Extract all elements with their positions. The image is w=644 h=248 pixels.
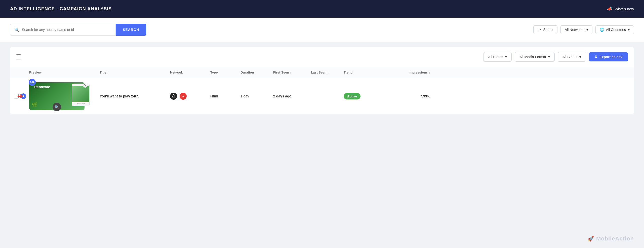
filters-section: All States ▾ All Media Format ▾ All Stat… — [10, 47, 634, 67]
preview-cell: ➜ 169 Renovate 🌿 App Store 🔍 ✕ — [29, 82, 100, 110]
applovin-network-icon: a — [180, 93, 187, 100]
sort-down-icon: ↓ — [327, 71, 329, 74]
page-title: AD INTELLIGENCE - CAMPAIGN ANALYSIS — [10, 6, 112, 12]
chevron-down-icon: ▾ — [505, 55, 507, 59]
table-row: ➜ 169 Renovate 🌿 App Store 🔍 ✕ You'll — [10, 78, 634, 114]
header-duration-col: Duration — [240, 70, 273, 74]
chevron-down-icon: ▾ — [579, 55, 581, 59]
table-header: Preview Title ↕ Network Type Duration Fi… — [10, 67, 634, 78]
countries-dropdown[interactable]: 🌐 All Countries ▾ — [595, 25, 634, 34]
preview-text: Renovate — [34, 85, 50, 89]
search-icon: 🔍 — [14, 27, 19, 32]
header-network-col: Network — [170, 70, 210, 74]
networks-dropdown[interactable]: All Networks ▾ — [560, 25, 592, 34]
preview-badge: 169 — [29, 79, 36, 86]
app-header: AD INTELLIGENCE - CAMPAIGN ANALYSIS 📣 Wh… — [0, 0, 644, 18]
red-arrow-icon: ➜ — [17, 92, 23, 100]
networks-label: All Networks — [565, 28, 584, 32]
all-media-format-label: All Media Format — [519, 55, 546, 59]
all-states-dropdown[interactable]: All States ▾ — [484, 52, 512, 62]
ad-type: Html — [210, 94, 240, 98]
impressions: 7.99% — [394, 94, 434, 98]
search-section: 🔍 SEARCH ↗ Share All Networks ▾ 🌐 All Co… — [0, 18, 644, 42]
svg-marker-0 — [172, 94, 175, 97]
network-cell: a — [170, 93, 210, 100]
first-seen: 2 days ago — [273, 94, 311, 98]
preview-secondary-card: App Store — [72, 84, 90, 106]
share-icon: ↗ — [538, 28, 541, 32]
globe-icon: 🌐 — [600, 28, 604, 32]
search-input[interactable] — [22, 28, 111, 32]
all-media-format-dropdown[interactable]: All Media Format ▾ — [515, 52, 555, 62]
sort-icon: ↕ — [107, 71, 109, 74]
all-status-label: All Status — [562, 55, 577, 59]
close-icon[interactable]: ✕ — [83, 83, 88, 88]
megaphone-icon: 📣 — [607, 6, 613, 12]
header-trend-col: Trend — [344, 70, 394, 74]
watermark-text: MobileAction — [596, 235, 634, 242]
header-preview-col: Preview — [29, 70, 100, 74]
filter-right: All States ▾ All Media Format ▾ All Stat… — [484, 52, 628, 62]
ad-duration: 1 day — [240, 94, 273, 98]
header-last-seen-col[interactable]: Last Seen ↓ — [311, 70, 344, 74]
search-button[interactable]: SEARCH — [116, 24, 146, 36]
export-label: Export as csv — [599, 55, 622, 59]
magnify-button[interactable]: 🔍 — [53, 103, 61, 111]
header-title-col[interactable]: Title ↕ — [100, 70, 170, 74]
ad-title: You'll want to play 24/7. — [100, 94, 170, 98]
export-csv-button[interactable]: ⬇ Export as csv — [589, 52, 628, 61]
status-badge: Active — [344, 93, 360, 99]
countries-label: All Countries — [606, 28, 626, 32]
share-label: Share — [543, 28, 552, 32]
search-wrapper: 🔍 — [10, 24, 116, 36]
sort-icon: ↓ — [429, 71, 430, 74]
search-right: ↗ Share All Networks ▾ 🌐 All Countries ▾ — [533, 25, 634, 34]
watermark: 🚀 MobileAction — [588, 235, 634, 242]
download-icon: ⬇ — [594, 55, 597, 59]
chevron-down-icon: ▾ — [628, 28, 630, 32]
chevron-down-icon: ▾ — [548, 55, 550, 59]
whats-new-label[interactable]: What's new — [615, 7, 634, 11]
filter-left — [16, 54, 21, 59]
trend-cell: Active — [344, 93, 394, 99]
all-states-label: All States — [488, 55, 503, 59]
header-type-col: Type — [210, 70, 240, 74]
select-all-checkbox[interactable] — [16, 54, 21, 59]
unity-network-icon — [170, 93, 177, 100]
search-left: 🔍 SEARCH — [10, 24, 146, 36]
sort-icon: ↕ — [290, 71, 292, 74]
all-status-dropdown[interactable]: All Status ▾ — [558, 52, 586, 62]
header-impressions-col[interactable]: Impressions ↓ — [394, 70, 434, 74]
preview-decoration: 🌿 — [32, 102, 37, 108]
data-table: Preview Title ↕ Network Type Duration Fi… — [10, 67, 634, 114]
header-right: 📣 What's new — [607, 6, 634, 12]
share-button[interactable]: ↗ Share — [533, 25, 557, 34]
watermark-icon: 🚀 — [588, 236, 594, 242]
chevron-down-icon: ▾ — [586, 28, 588, 32]
header-checkbox-col — [14, 70, 29, 74]
preview-image[interactable]: Renovate 🌿 App Store 🔍 ✕ — [29, 82, 85, 110]
header-first-seen-col[interactable]: First Seen ↕ — [273, 70, 311, 74]
